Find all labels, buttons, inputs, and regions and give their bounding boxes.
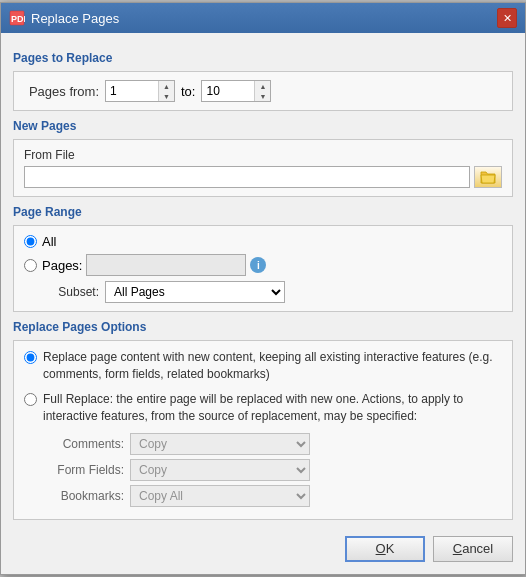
comments-row: Comments: Copy Do Not Copy: [44, 433, 502, 455]
bookmarks-row: Bookmarks: Copy All Copy None: [44, 485, 502, 507]
option1-radio[interactable]: [24, 351, 37, 364]
replace-pages-dialog: PDF Replace Pages ✕ Pages to Replace Pag…: [0, 2, 526, 574]
option2-radio[interactable]: [24, 393, 37, 406]
cancel-label: Cancel: [453, 541, 493, 556]
comments-label: Comments:: [44, 437, 124, 451]
pages-to-spinner: ▲ ▼: [201, 80, 271, 102]
new-pages-header: New Pages: [13, 119, 513, 133]
ok-button[interactable]: OK: [345, 536, 425, 562]
replace-options-section: Replace page content with new content, k…: [13, 340, 513, 519]
comments-select[interactable]: Copy Do Not Copy: [130, 433, 310, 455]
pages-to-up[interactable]: ▲: [255, 81, 270, 91]
file-row: [24, 166, 502, 188]
new-pages-section: From File: [13, 139, 513, 197]
sub-options: Comments: Copy Do Not Copy Form Fields: …: [44, 433, 502, 507]
page-range-section: All Pages: i Subset: All Pages Even Page…: [13, 225, 513, 312]
folder-icon: [480, 170, 496, 184]
ok-label: OK: [376, 541, 395, 556]
title-text: Replace Pages: [31, 11, 119, 26]
subset-select[interactable]: All Pages Even Pages Odd Pages: [105, 281, 285, 303]
replace-options-header: Replace Pages Options: [13, 320, 513, 334]
bookmarks-select[interactable]: Copy All Copy None: [130, 485, 310, 507]
pages-from-arrows: ▲ ▼: [158, 81, 174, 101]
form-fields-row: Form Fields: Copy Do Not Copy: [44, 459, 502, 481]
close-button[interactable]: ✕: [497, 8, 517, 28]
svg-text:PDF: PDF: [11, 14, 25, 24]
pages-radio[interactable]: [24, 259, 37, 272]
all-radio-row: All: [24, 234, 502, 249]
cancel-button[interactable]: Cancel: [433, 536, 513, 562]
pages-to-replace-header: Pages to Replace: [13, 51, 513, 65]
pages-radio-row: Pages: i: [24, 254, 502, 276]
button-row: OK Cancel: [13, 530, 513, 562]
pages-from-down[interactable]: ▼: [159, 91, 174, 101]
pages-range-row: Pages from: ▲ ▼ to: ▲ ▼: [24, 80, 502, 102]
all-radio[interactable]: [24, 235, 37, 248]
subset-label: Subset:: [44, 285, 99, 299]
pages-from-spinner: ▲ ▼: [105, 80, 175, 102]
option2-row: Full Replace: the entire page will be re…: [24, 391, 502, 425]
pages-from-up[interactable]: ▲: [159, 81, 174, 91]
info-icon[interactable]: i: [250, 257, 266, 273]
form-fields-select[interactable]: Copy Do Not Copy: [130, 459, 310, 481]
bookmarks-label: Bookmarks:: [44, 489, 124, 503]
form-fields-label: Form Fields:: [44, 463, 124, 477]
pages-to-label: to:: [181, 84, 195, 99]
from-file-label: From File: [24, 148, 502, 162]
pages-input-row: i: [86, 254, 266, 276]
title-bar-left: PDF Replace Pages: [9, 10, 119, 26]
pages-label[interactable]: Pages:: [42, 258, 82, 273]
option2-text[interactable]: Full Replace: the entire page will be re…: [43, 391, 502, 425]
pages-from-label: Pages from:: [24, 84, 99, 99]
all-label[interactable]: All: [42, 234, 56, 249]
pages-to-arrows: ▲ ▼: [254, 81, 270, 101]
pages-to-replace-section: Pages from: ▲ ▼ to: ▲ ▼: [13, 71, 513, 111]
file-path-input[interactable]: [24, 166, 470, 188]
pages-range-input[interactable]: [86, 254, 246, 276]
pages-to-down[interactable]: ▼: [255, 91, 270, 101]
option1-row: Replace page content with new content, k…: [24, 349, 502, 383]
subset-row: Subset: All Pages Even Pages Odd Pages: [44, 281, 502, 303]
browse-button[interactable]: [474, 166, 502, 188]
option1-text[interactable]: Replace page content with new content, k…: [43, 349, 502, 383]
dialog-body: Pages to Replace Pages from: ▲ ▼ to: ▲ ▼: [1, 33, 525, 573]
page-range-header: Page Range: [13, 205, 513, 219]
dialog-icon: PDF: [9, 10, 25, 26]
title-bar: PDF Replace Pages ✕: [1, 3, 525, 33]
